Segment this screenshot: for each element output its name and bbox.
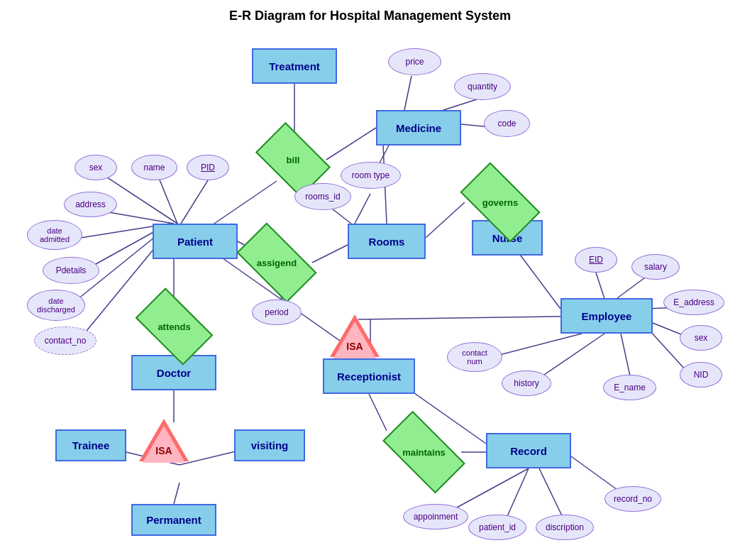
attr-e-name: E_name (603, 375, 656, 400)
isa-doctor: ISA (139, 419, 189, 468)
attr-code: code (484, 110, 530, 137)
attr-quantity: quantity (454, 73, 511, 100)
attr-nid: NID (680, 362, 722, 388)
attr-price: price (388, 48, 441, 75)
attr-address: address (64, 192, 117, 217)
entity-treatment: Treatment (252, 48, 337, 84)
entity-trainee: Trainee (55, 429, 126, 461)
entity-medicine: Medicine (376, 110, 461, 146)
attr-salary: salary (631, 254, 680, 280)
attr-room-type: room type (341, 162, 401, 189)
entity-employee: Employee (560, 298, 653, 334)
entity-visiting: visiting (234, 429, 305, 461)
connection-lines (0, 0, 740, 560)
diamond-bill: bill (261, 138, 325, 181)
diamond-assigend: assigend (241, 241, 312, 284)
svg-line-16 (181, 175, 211, 224)
svg-line-41 (369, 394, 387, 431)
diamond-maintains: maintains (387, 431, 461, 473)
entity-record: Record (486, 433, 571, 468)
svg-line-8 (355, 194, 370, 224)
entity-doctor: Doctor (131, 355, 216, 390)
svg-line-13 (312, 245, 348, 263)
attr-sex2: sex (680, 325, 722, 351)
attr-eid: EID (575, 247, 617, 273)
entity-rooms: Rooms (348, 224, 426, 259)
diagram-title: E-R Diagram for Hospital Management Syst… (229, 9, 511, 23)
svg-line-15 (158, 175, 177, 224)
attr-sex: sex (74, 155, 117, 180)
svg-line-1 (326, 128, 376, 160)
attr-period: period (252, 300, 302, 325)
attr-appoinment: appoinment (403, 504, 468, 529)
attr-discription: discription (536, 515, 594, 540)
attr-pdetails: Pdetails (43, 257, 99, 284)
attr-name: name (131, 155, 177, 180)
svg-line-28 (174, 483, 180, 504)
attr-record-no: record_no (604, 486, 661, 512)
attr-pid: PID (187, 155, 229, 180)
attr-contact-num: contact num (447, 342, 502, 372)
svg-line-11 (426, 202, 465, 238)
entity-permanent: Permanent (131, 504, 216, 536)
attr-date-discharged: date discharged (27, 290, 85, 321)
diamond-governs: governs (465, 181, 536, 224)
attr-patient-id: patient_id (468, 515, 526, 540)
svg-line-3 (404, 76, 412, 110)
attr-contact-no: contact_no (34, 326, 96, 355)
attr-date-admitted: date admitted (27, 220, 82, 250)
attr-rooms-id: rooms_id (294, 183, 351, 210)
attr-history: history (502, 370, 551, 396)
entity-patient: Patient (153, 224, 238, 259)
isa-employee: ISA (330, 314, 380, 364)
diamond-attends: attends (140, 305, 208, 348)
er-diagram-canvas: E-R Diagram for Hospital Management Syst… (0, 0, 740, 560)
attr-e-address: E_address (663, 290, 724, 315)
